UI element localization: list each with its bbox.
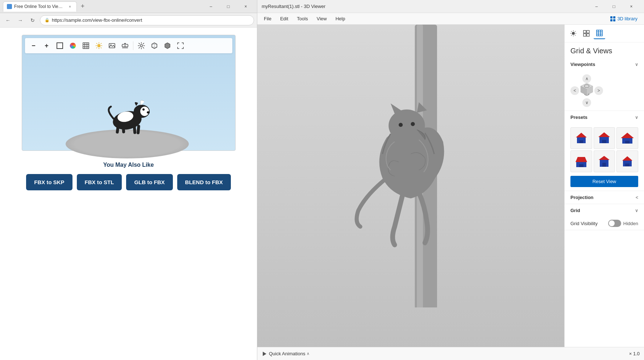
- svg-point-35: [389, 109, 425, 142]
- svg-point-22: [140, 107, 149, 116]
- new-tab-button[interactable]: +: [78, 1, 88, 12]
- browser-forward-btn[interactable]: →: [15, 15, 25, 25]
- blend-to-fbx-btn[interactable]: BLEND to FBX: [177, 174, 231, 190]
- svg-point-37: [411, 122, 415, 126]
- svg-point-7: [97, 44, 100, 47]
- tab-close-btn[interactable]: ×: [67, 4, 73, 9]
- app-minimize-btn[interactable]: –: [588, 1, 605, 12]
- browser-maximize-btn[interactable]: □: [220, 1, 237, 12]
- svg-rect-62: [602, 140, 606, 143]
- app-restore-btn[interactable]: □: [606, 1, 622, 12]
- color-wheel-btn[interactable]: [67, 40, 79, 51]
- select-box-btn[interactable]: [54, 40, 66, 51]
- preset-item-3[interactable]: [616, 127, 638, 149]
- svg-point-18: [140, 45, 142, 47]
- projection-header[interactable]: Projection <: [565, 191, 644, 204]
- glb-to-fbx-btn[interactable]: GLB to FBX: [126, 174, 173, 190]
- browser-close-btn[interactable]: ×: [237, 1, 254, 12]
- preset-item-6[interactable]: [616, 150, 638, 172]
- svg-rect-30: [613, 16, 615, 18]
- svg-marker-63: [621, 133, 634, 138]
- app-close-btn[interactable]: ×: [623, 1, 640, 12]
- projection-chevron: <: [636, 195, 638, 200]
- grid-header[interactable]: Grid ∨: [565, 204, 644, 217]
- browser-refresh-btn[interactable]: ↻: [28, 15, 38, 25]
- zoom-in-btn[interactable]: +: [41, 40, 53, 51]
- panel-icon-grid2[interactable]: [594, 28, 605, 39]
- cube-solid-btn[interactable]: [162, 40, 173, 51]
- browser-navbar: ← → ↻ 🔒 https://sample.com/view-fbx-onli…: [0, 13, 257, 28]
- svg-marker-72: [622, 156, 632, 161]
- panel-title: Grid & Views: [565, 42, 644, 58]
- house-icon-2: [597, 131, 611, 145]
- panel-icon-grid1[interactable]: [581, 28, 592, 39]
- browser-minimize-btn[interactable]: –: [203, 1, 219, 12]
- viewer-canvas: − +: [22, 35, 236, 151]
- svg-line-45: [571, 35, 572, 36]
- preset-item-2[interactable]: [594, 127, 615, 149]
- upload-btn[interactable]: [119, 40, 131, 51]
- also-like-section: You May Also Like FBX to SKP FBX to STL …: [26, 162, 231, 190]
- svg-line-43: [571, 31, 572, 32]
- svg-line-44: [575, 35, 576, 36]
- svg-rect-32: [613, 19, 615, 21]
- app-window: myResultant(1).stl - 3D Viewer – □ × Fil…: [257, 0, 644, 360]
- app-titlebar: myResultant(1).stl - 3D Viewer – □ ×: [257, 0, 644, 13]
- svg-rect-28: [122, 124, 125, 133]
- svg-rect-48: [587, 30, 589, 33]
- image-btn[interactable]: [106, 40, 118, 51]
- presets-header[interactable]: Presets ∨: [565, 111, 644, 124]
- preset-item-5[interactable]: [594, 150, 615, 172]
- view-cube-svg: [578, 82, 596, 100]
- library-icon: [610, 16, 616, 22]
- grid-btn[interactable]: [80, 40, 92, 51]
- app-title: myResultant(1).stl - 3D Viewer: [262, 4, 585, 9]
- library-btn[interactable]: 3D library: [606, 15, 641, 23]
- grid-visibility-state: Hidden: [623, 221, 638, 226]
- also-like-buttons: FBX to SKP FBX to STL GLB to FBX BLEND t…: [26, 174, 231, 190]
- svg-marker-57: [576, 133, 587, 137]
- svg-line-46: [575, 31, 576, 32]
- house-icon-4: [574, 154, 589, 169]
- presets-label: Presets: [570, 115, 587, 120]
- light-btn[interactable]: [93, 40, 105, 51]
- house-icon-3: [620, 131, 635, 145]
- preset-item-1[interactable]: [570, 127, 592, 149]
- menu-file[interactable]: File: [260, 15, 275, 23]
- grid-visibility-toggle[interactable]: [608, 220, 621, 227]
- svg-rect-55: [597, 30, 602, 36]
- settings-btn[interactable]: [136, 40, 147, 51]
- house-icon-1: [574, 131, 589, 145]
- fbx-to-skp-btn[interactable]: FBX to SKP: [26, 174, 72, 190]
- menu-tools[interactable]: Tools: [293, 15, 311, 23]
- zoom-out-btn[interactable]: −: [28, 40, 40, 51]
- dog-3d-scene: [44, 64, 225, 158]
- cube-wireframe-btn[interactable]: [149, 40, 160, 51]
- preset-item-4[interactable]: [570, 150, 592, 172]
- browser-tab-list: Free Online Tool to View 3D F8... × +: [3, 1, 200, 12]
- url-text: https://sample.com/view-fbx-online#conve…: [52, 17, 142, 23]
- svg-rect-26: [136, 125, 140, 135]
- svg-line-13: [101, 47, 101, 48]
- svg-rect-31: [610, 19, 612, 21]
- browser-tab-active[interactable]: Free Online Tool to View 3D F8... ×: [3, 1, 77, 12]
- panel-icon-sun[interactable]: [568, 28, 579, 39]
- browser-titlebar: Free Online Tool to View 3D F8... × + – …: [0, 0, 257, 13]
- browser-tab-title: Free Online Tool to View 3D F8...: [14, 4, 65, 9]
- menu-view[interactable]: View: [313, 15, 331, 23]
- address-bar[interactable]: 🔒 https://sample.com/view-fbx-online#con…: [40, 15, 254, 25]
- viewpoints-header[interactable]: Viewpoints ∨: [565, 58, 644, 71]
- fullscreen-btn[interactable]: [175, 40, 186, 51]
- presets-chevron: ∨: [635, 115, 638, 120]
- fbx-to-stl-btn[interactable]: FBX to STL: [77, 174, 122, 190]
- svg-rect-0: [57, 43, 63, 49]
- 3d-viewport[interactable]: [257, 25, 564, 347]
- browser-back-btn[interactable]: ←: [3, 15, 13, 25]
- svg-point-38: [572, 32, 575, 35]
- svg-point-36: [399, 123, 403, 127]
- menu-help[interactable]: Help: [332, 15, 349, 23]
- reset-view-btn[interactable]: Reset View: [570, 176, 638, 187]
- menu-edit[interactable]: Edit: [277, 15, 292, 23]
- house-icon-6: [620, 154, 635, 169]
- svg-rect-6: [83, 43, 89, 49]
